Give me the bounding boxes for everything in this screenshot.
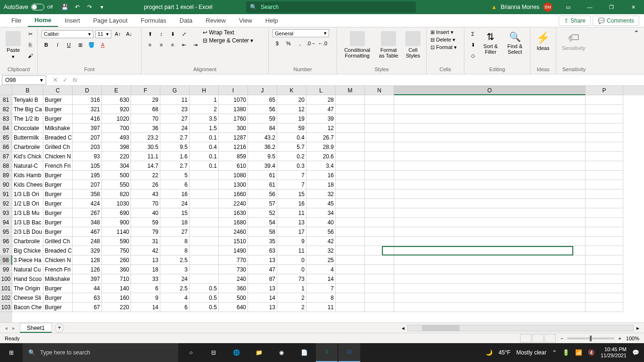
cell[interactable]: 0.5 bbox=[190, 284, 219, 293]
cell[interactable]: 416 bbox=[73, 114, 102, 123]
decrease-indent-icon[interactable]: ⇤ bbox=[179, 40, 189, 49]
row-header[interactable]: 101 bbox=[0, 284, 12, 293]
formula-input[interactable] bbox=[82, 76, 644, 84]
cell[interactable]: 3.4 bbox=[306, 161, 336, 171]
maximize-button[interactable]: ❐ bbox=[601, 0, 622, 14]
cell[interactable]: 0.5 bbox=[190, 293, 219, 303]
cell[interactable]: 70 bbox=[131, 114, 160, 123]
cell[interactable]: 11 bbox=[277, 246, 306, 255]
cell[interactable]: 1630 bbox=[219, 208, 248, 218]
insert-cells-button[interactable]: ⊞ Insert ▾ bbox=[430, 29, 460, 35]
increase-font-icon[interactable]: A↑ bbox=[113, 29, 123, 39]
cell[interactable] bbox=[336, 105, 365, 114]
cell[interactable]: 33 bbox=[131, 274, 160, 284]
cell[interactable]: Grilled Ch bbox=[43, 142, 73, 152]
cell[interactable]: Cheese Sli bbox=[12, 293, 43, 303]
weather-icon[interactable]: 🌙 bbox=[486, 349, 493, 356]
cell[interactable]: 28.9 bbox=[306, 142, 336, 152]
cell[interactable]: 1760 bbox=[219, 114, 248, 123]
cell[interactable] bbox=[336, 199, 365, 208]
tab-formulas[interactable]: Formulas bbox=[134, 14, 173, 27]
cell[interactable]: 0.4 bbox=[277, 133, 306, 142]
notifications-icon[interactable]: 💬 bbox=[632, 349, 639, 356]
cell[interactable]: 13 bbox=[277, 218, 306, 227]
row-header[interactable]: 85 bbox=[0, 133, 12, 142]
redo-icon[interactable]: ↷ bbox=[86, 3, 93, 11]
cell[interactable] bbox=[394, 199, 586, 208]
cell[interactable]: 14 bbox=[248, 293, 277, 303]
cell[interactable]: Teriyaki B bbox=[12, 95, 43, 105]
cell[interactable]: Chocolate bbox=[12, 123, 43, 133]
word-taskbar-icon[interactable]: W bbox=[339, 343, 360, 362]
cell[interactable]: 750 bbox=[102, 246, 131, 255]
row-header[interactable]: 82 bbox=[0, 105, 12, 114]
cell[interactable]: 15 bbox=[277, 189, 306, 199]
undo-icon[interactable]: ↶ bbox=[74, 3, 81, 11]
cell[interactable] bbox=[336, 152, 365, 161]
user-account[interactable]: ▲ Brianna Morres BM bbox=[487, 2, 557, 12]
cell[interactable]: 0.2 bbox=[277, 152, 306, 161]
cell[interactable]: 56 bbox=[248, 105, 277, 114]
cell[interactable]: Milkshake bbox=[43, 123, 73, 133]
cell[interactable] bbox=[365, 227, 394, 237]
cell[interactable]: 770 bbox=[219, 255, 248, 265]
column-header[interactable]: B bbox=[12, 86, 43, 95]
cell[interactable] bbox=[394, 293, 586, 303]
row-header[interactable]: 94 bbox=[0, 218, 12, 227]
cell[interactable]: 40 bbox=[131, 208, 160, 218]
cell[interactable]: 1080 bbox=[219, 171, 248, 180]
cell[interactable] bbox=[336, 218, 365, 227]
cell[interactable] bbox=[394, 227, 586, 237]
cell[interactable]: 1020 bbox=[102, 114, 131, 123]
cell[interactable]: 267 bbox=[73, 208, 102, 218]
cell[interactable]: 2 bbox=[277, 293, 306, 303]
spreadsheet-grid[interactable]: BCDEFGHIJKLMNOP 818283848586878889909192… bbox=[0, 86, 644, 322]
cell[interactable] bbox=[190, 265, 219, 274]
cell[interactable] bbox=[586, 199, 623, 208]
cell[interactable]: 32 bbox=[306, 246, 336, 255]
cell[interactable]: 640 bbox=[219, 303, 248, 312]
row-header[interactable]: 84 bbox=[0, 123, 12, 133]
cell[interactable]: 160 bbox=[102, 293, 131, 303]
cell[interactable]: The Origin bbox=[12, 284, 43, 293]
paste-button[interactable]: Paste▾ bbox=[4, 29, 23, 66]
sheet-nav-next-icon[interactable]: ▸ bbox=[12, 325, 15, 331]
cell[interactable]: 1216 bbox=[219, 142, 248, 152]
sheet-nav-prev-icon[interactable]: ◂ bbox=[5, 325, 8, 331]
cell[interactable]: The Big Ca bbox=[12, 105, 43, 114]
align-bottom-icon[interactable]: ⬇ bbox=[168, 29, 177, 39]
cell[interactable] bbox=[394, 114, 586, 123]
cell[interactable]: Hand Scoo bbox=[12, 274, 43, 284]
cell[interactable]: 42 bbox=[131, 246, 160, 255]
cell[interactable]: 34 bbox=[306, 208, 336, 218]
cell[interactable]: 610 bbox=[219, 161, 248, 171]
comments-button[interactable]: 💬Comments bbox=[593, 16, 639, 26]
cell[interactable]: 397 bbox=[73, 123, 102, 133]
cell[interactable]: 30.5 bbox=[131, 142, 160, 152]
italic-button[interactable]: I bbox=[53, 40, 62, 49]
cell[interactable]: 467 bbox=[73, 227, 102, 237]
cell[interactable] bbox=[336, 246, 365, 255]
row-header[interactable]: 91 bbox=[0, 189, 12, 199]
cell[interactable]: Burger bbox=[43, 208, 73, 218]
cell[interactable]: 1140 bbox=[102, 227, 131, 237]
align-right-icon[interactable]: ≡ bbox=[168, 40, 177, 49]
cell[interactable]: 348 bbox=[73, 218, 102, 227]
cell[interactable]: 36.2 bbox=[248, 142, 277, 152]
cell[interactable]: 859 bbox=[219, 152, 248, 161]
cell[interactable] bbox=[394, 274, 586, 284]
cell[interactable]: 9 bbox=[131, 293, 160, 303]
cell[interactable]: 24 bbox=[160, 274, 190, 284]
cell[interactable] bbox=[190, 189, 219, 199]
cell[interactable]: Kids Hamb bbox=[12, 171, 43, 180]
cell[interactable]: Kids Chees bbox=[12, 180, 43, 189]
cell[interactable] bbox=[586, 218, 623, 227]
cell[interactable] bbox=[336, 274, 365, 284]
cell[interactable] bbox=[190, 199, 219, 208]
cell[interactable] bbox=[586, 303, 623, 312]
fx-icon[interactable]: fx bbox=[73, 76, 77, 83]
cell[interactable]: Burger bbox=[43, 199, 73, 208]
cell[interactable] bbox=[586, 161, 623, 171]
merge-center-button[interactable]: ⊟ Merge & Center ▾ bbox=[203, 37, 253, 44]
row-header[interactable]: 102 bbox=[0, 293, 12, 303]
